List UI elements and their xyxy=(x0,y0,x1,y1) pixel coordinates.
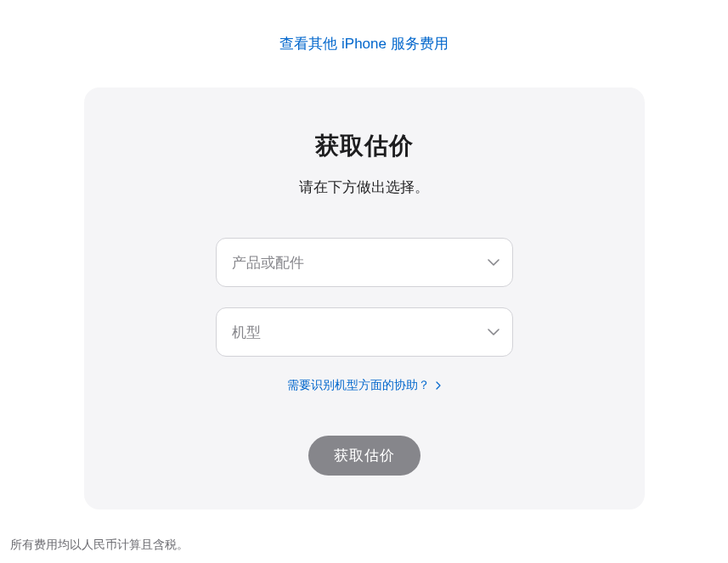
card-subtitle: 请在下方做出选择。 xyxy=(118,177,611,197)
product-select[interactable]: 产品或配件 xyxy=(216,238,513,287)
product-select-wrap: 产品或配件 xyxy=(216,238,513,287)
model-select-wrap: 机型 xyxy=(216,307,513,357)
card-title: 获取估价 xyxy=(118,130,611,162)
other-services-link-wrap: 查看其他 iPhone 服务费用 xyxy=(8,34,720,53)
help-link-label: 需要识别机型方面的协助？ xyxy=(287,378,430,391)
help-link-wrap: 需要识别机型方面的协助？ xyxy=(118,377,611,393)
estimate-card: 获取估价 请在下方做出选择。 产品或配件 机型 需要识别机型方面的协助？ xyxy=(84,87,645,510)
identify-model-help-link[interactable]: 需要识别机型方面的协助？ xyxy=(287,378,442,391)
get-estimate-button[interactable]: 获取估价 xyxy=(308,436,420,476)
product-select-placeholder: 产品或配件 xyxy=(232,253,304,273)
footer-disclaimer: 所有费用均以人民币计算且含税。 截至 2023 年 2 月底，保外电池服务的费用… xyxy=(8,532,720,563)
chevron-right-icon xyxy=(436,379,441,392)
other-services-link[interactable]: 查看其他 iPhone 服务费用 xyxy=(279,36,448,52)
model-select-placeholder: 机型 xyxy=(232,323,261,342)
footer-line-1: 所有费用均以人民币计算且含税。 xyxy=(10,532,718,558)
model-select[interactable]: 机型 xyxy=(216,307,513,357)
